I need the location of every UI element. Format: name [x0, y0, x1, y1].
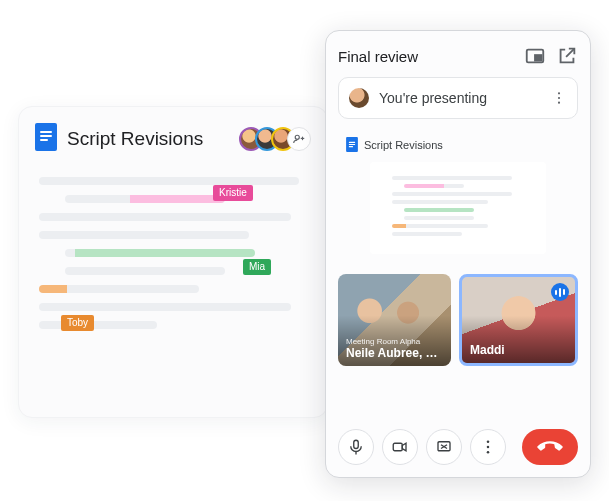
text-line-highlighted: [65, 195, 225, 203]
popout-icon[interactable]: [556, 45, 578, 67]
docs-app-icon: [346, 137, 358, 152]
text-line: [39, 177, 299, 185]
participant-name: Maddi: [470, 343, 567, 357]
shared-content-title: Script Revisions: [364, 139, 443, 151]
svg-rect-2: [40, 135, 52, 137]
text-line: [39, 231, 249, 239]
svg-rect-15: [349, 146, 353, 147]
presenting-card: You're presenting: [338, 77, 578, 119]
docs-window: Script Revisions Kristie Mia Toby: [18, 106, 328, 418]
mic-button[interactable]: [338, 429, 374, 465]
meet-title: Final review: [338, 48, 514, 65]
shared-content-preview[interactable]: Script Revisions: [338, 129, 578, 264]
cursor-tag-toby: Toby: [61, 315, 94, 331]
pip-icon[interactable]: [524, 45, 546, 67]
svg-rect-13: [349, 142, 355, 143]
svg-point-10: [558, 97, 560, 99]
text-line: [39, 303, 291, 311]
hangup-button[interactable]: [522, 429, 578, 465]
participant-name: Neile Aubree, …: [346, 346, 443, 360]
svg-rect-3: [40, 139, 48, 141]
text-line-highlighted: [39, 285, 199, 293]
meet-header: Final review: [338, 45, 578, 67]
cursor-tag-mia: Mia: [243, 259, 271, 275]
svg-rect-16: [354, 440, 359, 448]
svg-point-23: [487, 446, 490, 449]
meet-panel: Final review You're presenting: [325, 30, 591, 478]
docs-app-icon: [35, 123, 57, 155]
avatar: [349, 88, 369, 108]
svg-point-9: [558, 92, 560, 94]
more-icon[interactable]: [551, 90, 567, 106]
docs-header: Script Revisions: [35, 123, 311, 155]
text-line-highlighted: [65, 249, 255, 257]
meet-controls: [338, 429, 578, 465]
svg-rect-8: [535, 55, 541, 61]
participant-tile[interactable]: Meeting Room Alpha Neile Aubree, …: [338, 274, 451, 366]
svg-point-11: [558, 102, 560, 104]
svg-point-4: [295, 135, 299, 139]
svg-point-22: [487, 440, 490, 443]
participant-tile-active[interactable]: Maddi: [459, 274, 578, 366]
svg-point-24: [487, 451, 490, 454]
present-stop-button[interactable]: [426, 429, 462, 465]
avatar-overflow[interactable]: [287, 127, 311, 151]
cursor-tag-kristie: Kristie: [213, 185, 253, 201]
text-line: [39, 321, 157, 329]
shared-content-thumbnail: [370, 162, 546, 254]
text-line: [65, 267, 225, 275]
svg-rect-18: [393, 443, 402, 451]
text-line: [39, 213, 291, 221]
participant-room: Meeting Room Alpha: [346, 337, 443, 346]
camera-button[interactable]: [382, 429, 418, 465]
svg-rect-14: [349, 144, 355, 145]
docs-body[interactable]: Kristie Mia Toby: [35, 177, 311, 329]
svg-rect-1: [40, 131, 52, 133]
participant-tiles: Meeting Room Alpha Neile Aubree, … Maddi: [338, 274, 578, 366]
presenting-status: You're presenting: [379, 90, 541, 106]
more-button[interactable]: [470, 429, 506, 465]
collaborator-avatars[interactable]: [239, 127, 311, 151]
docs-title[interactable]: Script Revisions: [67, 128, 229, 150]
shared-content-header: Script Revisions: [346, 137, 570, 152]
